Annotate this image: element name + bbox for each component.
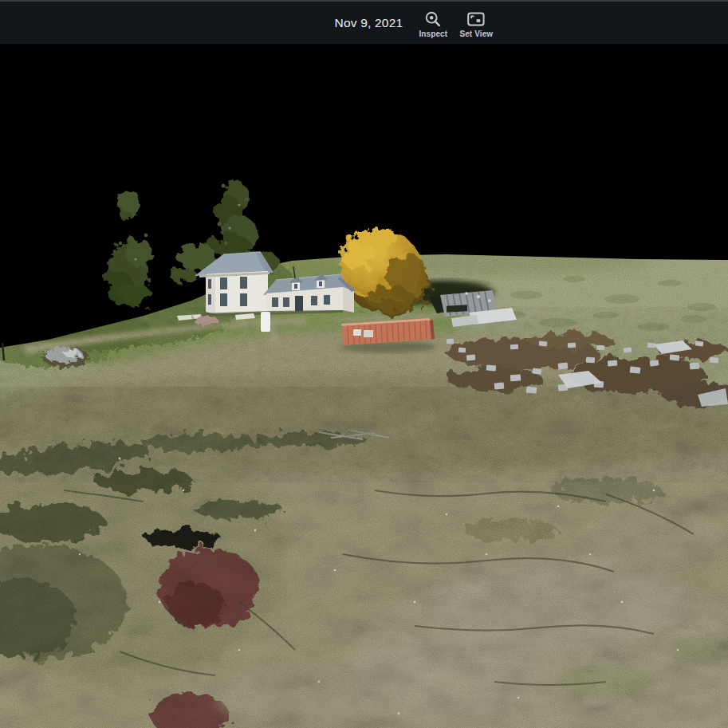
model-viewport[interactable]	[0, 44, 728, 728]
white-box	[353, 329, 361, 336]
set-view-label: Set View	[459, 30, 493, 38]
top-toolbar: Nov 9, 2021 Inspect	[0, 0, 728, 44]
set-view-button[interactable]: Set View	[457, 7, 495, 38]
shipping-container	[340, 318, 436, 352]
white-tank	[261, 312, 270, 332]
rubble-pile-left	[41, 347, 89, 368]
inspect-label: Inspect	[419, 30, 447, 38]
magnifier-icon	[424, 10, 443, 29]
tussock-texture	[0, 387, 728, 728]
white-box	[364, 330, 373, 337]
3d-scene	[0, 44, 728, 728]
capture-date-label[interactable]: Nov 9, 2021	[335, 16, 403, 30]
inspect-button[interactable]: Inspect	[414, 7, 452, 38]
set-view-frame-icon	[467, 10, 485, 29]
app-window: Nov 9, 2021 Inspect	[0, 0, 728, 728]
pink-rubble	[194, 315, 218, 326]
toolbar-center-group: Nov 9, 2021 Inspect	[335, 2, 496, 44]
